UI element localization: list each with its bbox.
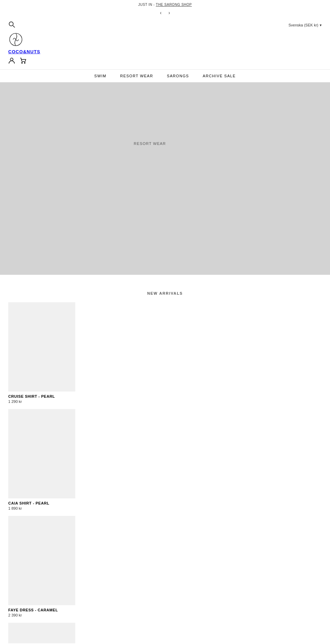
chevron-down-icon: ▾ — [320, 23, 322, 27]
currency-selector[interactable]: Svenska (SEK kr) ▾ — [288, 23, 322, 27]
announcement-bar: JUST IN - THE SARONG SHOP — [0, 0, 330, 8]
announcement-link[interactable]: THE SARONG SHOP — [156, 3, 192, 7]
svg-line-1 — [13, 26, 15, 28]
nav-item-resort-wear[interactable]: RESORT WEAR — [120, 74, 153, 78]
account-button[interactable] — [8, 57, 15, 65]
svg-point-5 — [24, 63, 25, 63]
product-price: 2 390 kr — [8, 613, 75, 617]
product-price: 1 290 kr — [8, 399, 75, 404]
cart-button[interactable] — [19, 57, 26, 65]
announcement-text: JUST IN - — [138, 3, 155, 7]
new-arrivals-section: NEW ARRIVALS CRUISE SHIRT - PEARL 1 290 … — [0, 275, 330, 644]
logo-icon — [8, 32, 23, 47]
product-image — [8, 409, 75, 498]
cart-icon — [19, 57, 26, 64]
product-image — [8, 302, 75, 392]
product-price: 1 890 kr — [8, 506, 75, 510]
product-card[interactable]: CRUISE SHIRT - PEARL 1 290 kr — [8, 302, 75, 404]
section-title: NEW ARRIVALS — [8, 291, 322, 295]
currency-label: Svenska (SEK kr) — [288, 23, 318, 27]
carousel-next-button[interactable]: › — [167, 9, 172, 16]
logo-link[interactable]: COCO&NUTS — [8, 32, 40, 54]
brand-name: COCO&NUTS — [8, 49, 40, 54]
product-grid: CRUISE SHIRT - PEARL 1 290 kr CAIA SHIRT… — [8, 302, 322, 644]
product-image-partial — [8, 623, 75, 643]
carousel-nav: ‹ › — [0, 8, 330, 18]
logo-area: COCO&NUTS — [0, 32, 330, 57]
product-image — [8, 516, 75, 605]
account-icon — [8, 57, 15, 64]
hero-wrapper: REsorT WEAR — [0, 82, 330, 275]
search-button[interactable] — [8, 21, 15, 29]
svg-point-0 — [9, 22, 13, 26]
search-icon — [8, 21, 15, 28]
svg-point-3 — [10, 58, 13, 61]
nav-item-archive-sale[interactable]: ARCHIVE SALE — [203, 74, 236, 78]
product-card[interactable]: FAYE DRESS - CARAMEL 2 390 kr — [8, 516, 75, 617]
header-top: Svenska (SEK kr) ▾ — [0, 18, 330, 32]
account-cart-row — [0, 57, 330, 69]
product-card-partial[interactable] — [8, 623, 75, 643]
product-name: CAIA SHIRT - PEARL — [8, 501, 75, 505]
hero-image — [0, 82, 330, 275]
carousel-prev-button[interactable]: ‹ — [158, 9, 163, 16]
product-name: FAYE DRESS - CARAMEL — [8, 608, 75, 612]
product-card[interactable]: CAIA SHIRT - PEARL 1 890 kr — [8, 409, 75, 510]
nav-item-sarongs[interactable]: SARONGS — [167, 74, 189, 78]
svg-point-4 — [22, 63, 22, 63]
main-nav: SWIM RESORT WEAR SARONGS ARCHIVE SALE — [0, 69, 330, 82]
nav-item-swim[interactable]: SWIM — [94, 74, 106, 78]
product-name: CRUISE SHIRT - PEARL — [8, 394, 75, 398]
